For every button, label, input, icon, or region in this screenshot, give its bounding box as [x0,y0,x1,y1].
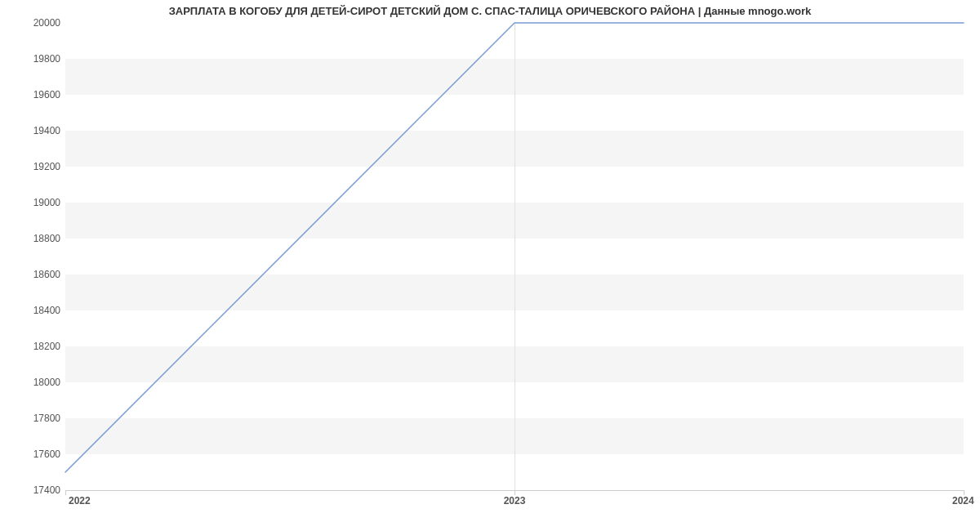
y-tick-label: 19400 [3,125,60,136]
chart-title: ЗАРПЛАТА В КОГОБУ ДЛЯ ДЕТЕЙ-СИРОТ ДЕТСКИ… [0,5,980,17]
x-tick-label: 2022 [69,495,91,506]
plot-area [65,23,964,491]
y-tick-label: 17400 [3,484,60,496]
x-tick-label: 2024 [952,495,974,506]
x-tick-label: 2023 [504,495,526,506]
y-tick-label: 19800 [3,53,60,65]
y-tick-label: 18200 [3,341,60,352]
y-tick-label: 17600 [3,448,60,460]
y-tick-label: 18000 [3,377,60,388]
y-tick-label: 18600 [3,269,60,280]
y-tick-label: 18800 [3,233,60,244]
y-tick-label: 19600 [3,89,60,100]
y-tick-label: 19200 [3,161,60,172]
y-tick-label: 17800 [3,413,60,424]
y-tick-label: 19000 [3,197,60,208]
salary-line-chart: ЗАРПЛАТА В КОГОБУ ДЛЯ ДЕТЕЙ-СИРОТ ДЕТСКИ… [0,0,980,531]
y-tick-label: 18400 [3,305,60,316]
y-tick-label: 20000 [3,17,60,29]
data-line [65,23,964,490]
